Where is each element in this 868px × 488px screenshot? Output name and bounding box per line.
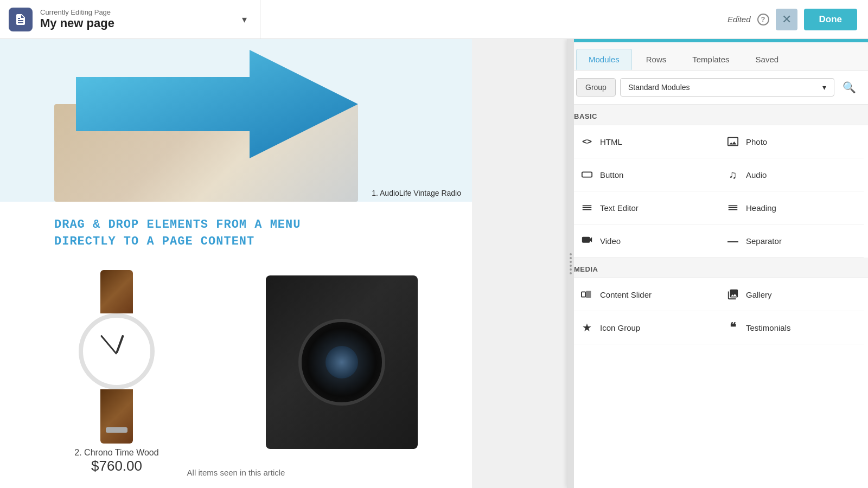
module-html[interactable]: <> HTML — [572, 125, 718, 158]
watch-image — [62, 270, 171, 444]
page-canvas: 1. AudioLife Vintage Radio DRAG & DROP E… — [0, 39, 472, 488]
filter-row: Group Standard Modules ▾ 🔍 — [567, 70, 868, 105]
header-right: Edited ? ✕ Done — [260, 9, 868, 30]
close-button[interactable]: ✕ — [776, 9, 797, 30]
drag-drop-section: DRAG & DROP ELEMENTS FROM A MENU DIRECTL… — [0, 202, 472, 259]
svg-rect-2 — [582, 292, 585, 297]
arrow-section: 1. AudioLife Vintage Radio — [0, 39, 472, 202]
header-left: Currently Editing Page My new page ▾ — [0, 0, 260, 38]
header-bar: Currently Editing Page My new page ▾ Edi… — [0, 0, 868, 39]
content-slider-icon — [579, 287, 595, 302]
currently-editing-label: Currently Editing Page — [40, 8, 238, 16]
separator-icon: — — [725, 233, 741, 248]
drag-drop-line2: DIRECTLY TO A PAGE CONTENT — [54, 235, 254, 248]
module-gallery[interactable]: Gallery — [718, 278, 864, 311]
tab-saved[interactable]: Saved — [744, 49, 791, 69]
right-panel: Modules Rows Templates Saved Group Stand… — [567, 39, 868, 488]
help-button[interactable]: ? — [757, 14, 769, 25]
page-name-label: My new page — [40, 16, 238, 30]
module-testimonials[interactable]: ❝ Testimonials — [718, 311, 864, 344]
module-photo[interactable]: Photo — [718, 125, 864, 158]
drag-drop-line1: DRAG & DROP ELEMENTS FROM A MENU — [54, 218, 301, 232]
header-text: Currently Editing Page My new page — [40, 8, 238, 30]
gallery-icon — [725, 287, 741, 302]
drag-dot-5 — [570, 268, 572, 271]
basic-module-grid: <> HTML Photo Button — [572, 125, 864, 258]
icon-group-label: Icon Group — [600, 323, 640, 332]
tab-modules[interactable]: Modules — [576, 49, 632, 70]
drag-dot-1 — [570, 253, 572, 255]
separator-label: Separator — [746, 236, 782, 246]
bottom-caption: All items seen in this article — [0, 468, 472, 477]
group-button[interactable]: Group — [576, 78, 616, 97]
tab-rows[interactable]: Rows — [634, 49, 679, 69]
module-list: BASIC <> HTML Photo — [567, 105, 868, 488]
section-header-basic: BASIC — [567, 105, 868, 125]
button-label: Button — [600, 170, 623, 179]
video-label: Video — [600, 236, 621, 246]
module-video[interactable]: Video — [572, 224, 718, 258]
module-content-slider[interactable]: Content Slider — [572, 278, 718, 311]
camera-lens — [298, 319, 385, 406]
main-area: 1. AudioLife Vintage Radio DRAG & DROP E… — [0, 39, 868, 488]
drag-handle — [567, 39, 574, 488]
svg-rect-1 — [582, 172, 592, 177]
module-separator[interactable]: — Separator — [718, 224, 864, 258]
watch-face — [79, 313, 155, 389]
heading-icon — [725, 200, 741, 215]
watch-minute-hand — [100, 335, 117, 354]
testimonials-icon: ❝ — [725, 320, 741, 335]
html-icon: <> — [579, 134, 595, 149]
media-module-grid: Content Slider Gallery ★ Icon Group ❝ — [572, 278, 864, 344]
page-dropdown-button[interactable]: ▾ — [238, 9, 251, 30]
icon-group-icon: ★ — [579, 320, 595, 335]
drag-dot-6 — [570, 272, 572, 274]
camera-area — [233, 270, 472, 474]
module-text-editor[interactable]: Text Editor — [572, 191, 718, 224]
panel-tabs: Modules Rows Templates Saved — [567, 42, 868, 70]
done-button[interactable]: Done — [804, 9, 858, 30]
drag-dot-4 — [570, 265, 572, 267]
blue-arrow-graphic — [76, 44, 358, 164]
photo-icon — [725, 134, 741, 149]
product-name: 2. Chrono Time Wood — [74, 448, 158, 458]
svg-rect-3 — [586, 291, 591, 298]
dropdown-label: Standard Modules — [628, 83, 690, 92]
watch-strap-bottom — [100, 389, 133, 444]
heading-label: Heading — [746, 203, 776, 213]
product-section: 2. Chrono Time Wood $760.00 — [0, 259, 472, 485]
module-button[interactable]: Button — [572, 158, 718, 191]
watch-area: 2. Chrono Time Wood $760.00 — [0, 270, 233, 474]
module-audio[interactable]: ♫ Audio — [718, 158, 864, 191]
watch-buckle — [106, 427, 127, 433]
page-icon — [9, 8, 33, 31]
watch-strap-top — [100, 270, 133, 313]
camera-body — [266, 275, 418, 449]
gallery-label: Gallery — [746, 290, 772, 299]
radio-caption: 1. AudioLife Vintage Radio — [372, 189, 461, 197]
content-slider-label: Content Slider — [600, 290, 652, 299]
svg-marker-0 — [76, 50, 358, 158]
drag-dot-2 — [570, 257, 572, 259]
photo-label: Photo — [746, 137, 767, 146]
search-icon: 🔍 — [843, 81, 856, 94]
document-icon — [14, 13, 27, 26]
section-header-media: MEDIA — [567, 258, 868, 278]
drag-drop-text: DRAG & DROP ELEMENTS FROM A MENU DIRECTL… — [54, 217, 456, 251]
html-label: HTML — [600, 137, 622, 146]
button-icon — [579, 167, 595, 182]
watch-hour-hand — [116, 335, 124, 353]
audio-label: Audio — [746, 170, 767, 179]
module-icon-group[interactable]: ★ Icon Group — [572, 311, 718, 344]
search-button[interactable]: 🔍 — [839, 77, 859, 98]
drag-dot-3 — [570, 261, 572, 263]
edited-label: Edited — [727, 15, 751, 24]
audio-icon: ♫ — [725, 167, 741, 182]
module-heading[interactable]: Heading — [718, 191, 864, 224]
video-icon — [579, 233, 595, 248]
testimonials-label: Testimonials — [746, 323, 791, 332]
text-editor-label: Text Editor — [600, 203, 639, 213]
tab-templates[interactable]: Templates — [680, 49, 741, 69]
chevron-down-icon: ▾ — [822, 83, 826, 92]
module-dropdown[interactable]: Standard Modules ▾ — [620, 78, 834, 97]
